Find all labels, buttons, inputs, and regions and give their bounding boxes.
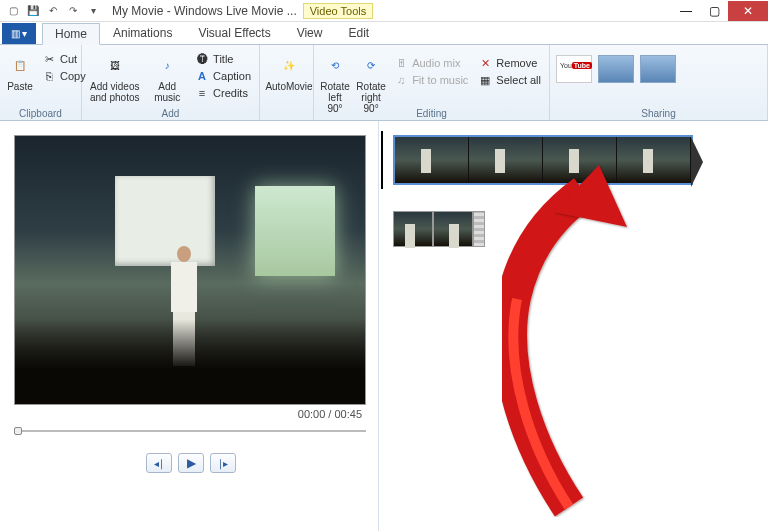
- scissors-icon: ✂: [42, 52, 56, 66]
- title-icon: 🅣: [195, 52, 209, 66]
- fit-music-icon: ♫: [394, 73, 408, 87]
- delete-icon: ✕: [478, 56, 492, 70]
- video-clip-secondary[interactable]: [393, 211, 758, 247]
- tab-home[interactable]: Home: [42, 23, 100, 45]
- minimize-button[interactable]: —: [672, 1, 700, 21]
- rotate-right-icon: ⟳: [357, 51, 385, 79]
- share-screen2-button[interactable]: [640, 55, 676, 83]
- group-label: Add: [82, 108, 259, 119]
- fit-to-music-button[interactable]: ♫Fit to music: [392, 72, 470, 88]
- wand-icon: ✨: [275, 51, 303, 79]
- maximize-button[interactable]: ▢: [700, 1, 728, 21]
- quick-access-toolbar: ▢ 💾 ↶ ↷ ▾: [4, 2, 102, 20]
- playback-controls: ◂∣ ▶ ∣▸: [14, 453, 368, 473]
- caption-button[interactable]: ACaption: [193, 68, 253, 84]
- cut-button[interactable]: ✂Cut: [40, 51, 88, 67]
- group-label: Sharing: [550, 108, 767, 119]
- timeline-pane[interactable]: [378, 121, 768, 531]
- window-title: My Movie - Windows Live Movie ...: [112, 4, 297, 18]
- credits-icon: ≡: [195, 86, 209, 100]
- close-button[interactable]: ✕: [728, 1, 768, 21]
- group-clipboard: 📋 Paste ✂Cut ⎘Copy Clipboard: [0, 45, 82, 120]
- preview-pane: 00:00 / 00:45 ◂∣ ▶ ∣▸: [0, 121, 378, 531]
- title-button[interactable]: 🅣Title: [193, 51, 253, 67]
- contextual-tab-label[interactable]: Video Tools: [303, 3, 373, 19]
- caption-icon: A: [195, 69, 209, 83]
- workspace: 00:00 / 00:45 ◂∣ ▶ ∣▸: [0, 121, 768, 531]
- select-all-icon: ▦: [478, 73, 492, 87]
- save-icon[interactable]: 💾: [24, 2, 42, 20]
- tab-visual-effects[interactable]: Visual Effects: [185, 22, 283, 44]
- video-preview[interactable]: [14, 135, 366, 405]
- group-sharing: YouTube Sharing: [550, 45, 768, 120]
- credits-button[interactable]: ≡Credits: [193, 85, 253, 101]
- total-time: 00:45: [334, 408, 362, 420]
- group-label: Clipboard: [0, 108, 81, 119]
- audio-mix-icon: 🎚: [394, 56, 408, 70]
- share-youtube-button[interactable]: YouTube: [556, 55, 592, 83]
- audio-track-icon: [473, 211, 485, 247]
- time-display: 00:00 / 00:45: [14, 405, 368, 423]
- share-screen1-button[interactable]: [598, 55, 634, 83]
- group-add: 🖼 Add videos and photos ♪ Add music 🅣Tit…: [82, 45, 260, 120]
- seek-thumb[interactable]: [14, 427, 22, 435]
- clipboard-icon: 📋: [6, 51, 34, 79]
- paste-label: Paste: [7, 81, 33, 92]
- music-note-icon: ♪: [153, 51, 181, 79]
- window-controls: — ▢ ✕: [672, 1, 768, 21]
- tab-view[interactable]: View: [284, 22, 336, 44]
- current-time: 00:00: [298, 408, 326, 420]
- select-all-button[interactable]: ▦Select all: [476, 72, 543, 88]
- titlebar: ▢ 💾 ↶ ↷ ▾ My Movie - Windows Live Movie …: [0, 0, 768, 22]
- group-editing: ⟲ Rotate left 90° ⟳ Rotate right 90° 🎚Au…: [314, 45, 550, 120]
- ribbon-tabs: ▥ ▾ Home Animations Visual Effects View …: [0, 22, 768, 45]
- play-button[interactable]: ▶: [178, 453, 204, 473]
- audio-mix-button[interactable]: 🎚Audio mix: [392, 55, 470, 71]
- qat-dropdown-icon[interactable]: ▾: [84, 2, 102, 20]
- seek-slider[interactable]: [14, 427, 366, 435]
- ribbon: 📋 Paste ✂Cut ⎘Copy Clipboard 🖼 Add video…: [0, 45, 768, 121]
- video-clip-main[interactable]: [393, 135, 693, 185]
- prev-frame-button[interactable]: ◂∣: [146, 453, 172, 473]
- copy-button[interactable]: ⎘Copy: [40, 68, 88, 84]
- undo-icon[interactable]: ↶: [44, 2, 62, 20]
- rotate-left-icon: ⟲: [321, 51, 349, 79]
- app-menu-icon[interactable]: ▢: [4, 2, 22, 20]
- remove-button[interactable]: ✕Remove: [476, 55, 543, 71]
- tab-edit[interactable]: Edit: [335, 22, 382, 44]
- copy-icon: ⎘: [42, 69, 56, 83]
- redo-icon[interactable]: ↷: [64, 2, 82, 20]
- next-frame-button[interactable]: ∣▸: [210, 453, 236, 473]
- file-tab[interactable]: ▥ ▾: [2, 23, 36, 44]
- group-automovie: ✨ AutoMovie: [260, 45, 314, 120]
- tab-animations[interactable]: Animations: [100, 22, 185, 44]
- playhead[interactable]: [381, 131, 383, 189]
- group-label: Editing: [314, 108, 549, 119]
- photo-stack-icon: 🖼: [101, 51, 129, 79]
